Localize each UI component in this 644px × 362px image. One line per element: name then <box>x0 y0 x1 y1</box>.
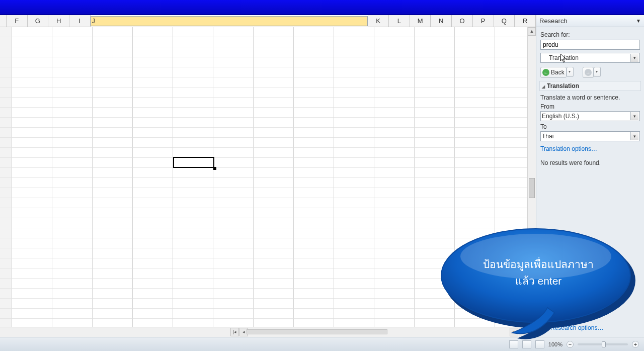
from-value: English (U.S.) <box>542 113 579 120</box>
search-for-label: Search for: <box>540 31 640 38</box>
view-layout-button[interactable] <box>522 340 531 348</box>
col-header-Q[interactable]: Q <box>494 15 515 27</box>
col-header-H[interactable]: H <box>48 15 69 27</box>
title-bar <box>0 0 644 15</box>
col-header-N[interactable]: N <box>431 15 452 27</box>
pane-menu-icon[interactable]: ▼ <box>636 18 641 24</box>
forward-button[interactable]: → <box>583 67 594 78</box>
annotation-bubble: ป้อนข้อมูลเพื่อแปลภาษา แล้ว enter <box>438 221 634 337</box>
scroll-first-button[interactable]: |◂ <box>230 328 239 336</box>
service-value: Translation <box>542 54 579 61</box>
back-label: Back <box>551 69 565 76</box>
forward-history-dropdown[interactable]: ▾ <box>594 67 601 77</box>
chevron-down-icon: ▾ <box>630 112 638 120</box>
no-results-text: No results were found. <box>540 159 640 166</box>
col-header-K[interactable]: K <box>368 15 389 27</box>
zoom-in-button[interactable]: + <box>632 341 639 348</box>
pane-title: Research <box>539 17 568 25</box>
zoom-slider[interactable] <box>578 343 628 345</box>
col-header-I[interactable]: I <box>69 15 91 27</box>
col-header-M[interactable]: M <box>410 15 431 27</box>
col-header-F[interactable]: F <box>7 15 28 27</box>
col-header-J[interactable]: J <box>91 16 368 26</box>
to-value: Thai <box>542 133 553 140</box>
search-input[interactable] <box>540 40 640 50</box>
chevron-down-icon: ▾ <box>630 54 638 62</box>
translation-section-header[interactable]: Translation <box>539 81 641 91</box>
from-label: From <box>540 103 640 110</box>
back-arrow-icon: ← <box>542 69 549 76</box>
bubble-line1: ป้อนข้อมูลเพื่อแปลภาษา <box>463 256 614 273</box>
column-headers: F G H I J K L M N O P Q R <box>0 15 536 27</box>
back-button[interactable]: ← Back <box>540 67 567 78</box>
back-history-dropdown[interactable]: ▾ <box>567 67 574 77</box>
scroll-up-button[interactable]: ▲ <box>528 27 536 36</box>
to-language-select[interactable]: Thai ▾ <box>540 131 640 141</box>
bubble-line2: แล้ว enter <box>463 273 614 290</box>
research-service-select[interactable]: Translation ▾ <box>540 53 640 63</box>
from-language-select[interactable]: English (U.S.) ▾ <box>540 111 640 121</box>
hscroll-thumb[interactable] <box>247 329 387 334</box>
translation-prompt: Translate a word or sentence. <box>540 94 640 101</box>
forward-arrow-icon: → <box>585 69 592 76</box>
col-header-R[interactable]: R <box>515 15 536 27</box>
view-normal-button[interactable] <box>509 340 518 348</box>
col-header-G[interactable]: G <box>28 15 49 27</box>
view-pagebreak-button[interactable] <box>535 340 544 348</box>
scroll-thumb[interactable] <box>529 178 535 198</box>
chevron-down-icon: ▾ <box>630 132 638 140</box>
zoom-out-button[interactable]: − <box>567 341 574 348</box>
col-header-P[interactable]: P <box>473 15 494 27</box>
translation-options-link[interactable]: Translation options… <box>540 145 640 152</box>
to-label: To <box>540 123 640 130</box>
col-header-O[interactable]: O <box>452 15 473 27</box>
zoom-level[interactable]: 100% <box>548 341 562 347</box>
col-header-L[interactable]: L <box>389 15 410 27</box>
